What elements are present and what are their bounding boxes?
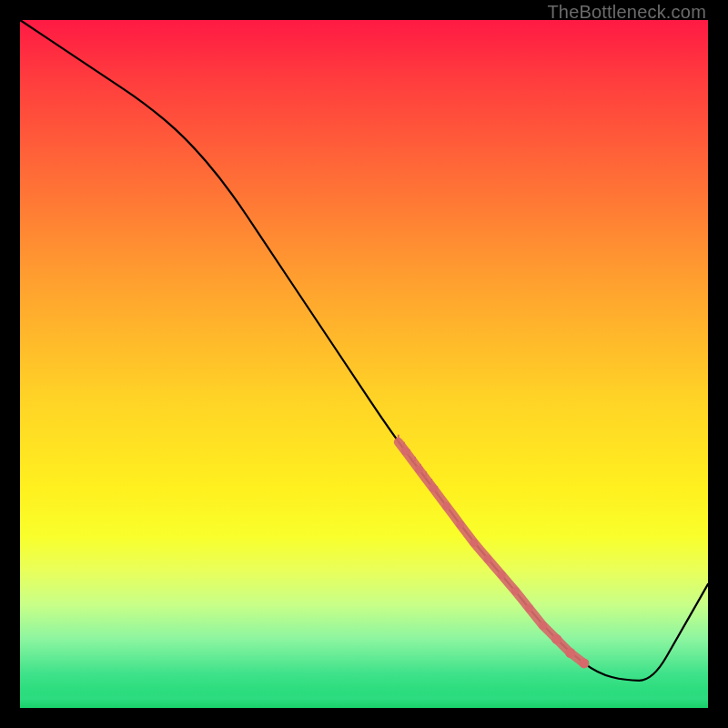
highlight-marker [539,622,547,630]
highlight-marker [511,587,520,595]
watermark-text: TheBottleneck.com [547,2,706,23]
highlight-marker [565,648,575,658]
highlight-marker [484,555,492,563]
highlight-marker [415,465,423,473]
highlight-markers [399,435,590,669]
chart-frame: TheBottleneck.com [0,0,728,728]
highlight-marker [442,502,450,511]
highlight-marker [401,447,410,455]
highlight-marker [456,521,464,529]
highlight-marker [470,539,479,547]
bottleneck-curve-line [20,20,708,681]
highlight-marker [579,658,589,668]
highlight-marker [525,604,533,612]
highlight-marker [551,634,561,644]
highlight-marker [429,484,437,492]
highlight-marker [498,571,506,579]
plot-area [20,20,708,708]
bottleneck-curve-svg [20,20,708,708]
